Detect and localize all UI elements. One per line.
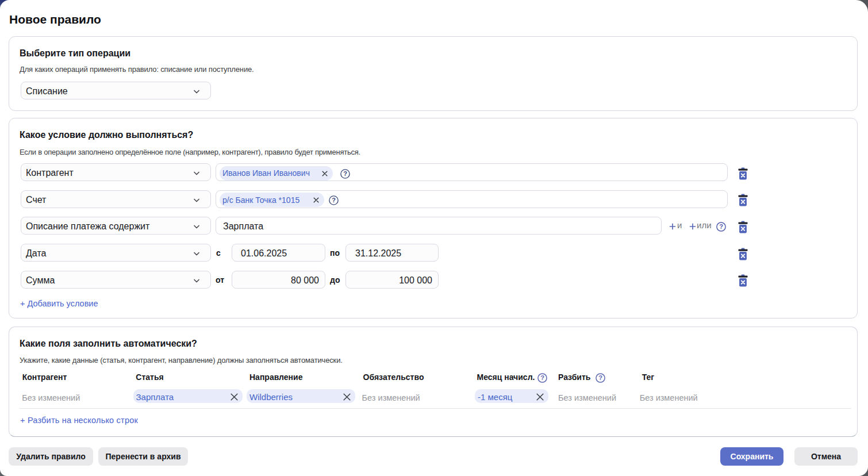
svg-text:?: ? — [719, 223, 723, 230]
svg-text:?: ? — [343, 170, 347, 177]
svg-text:?: ? — [332, 197, 336, 204]
svg-text:?: ? — [598, 374, 602, 381]
svg-text:?: ? — [540, 374, 544, 381]
